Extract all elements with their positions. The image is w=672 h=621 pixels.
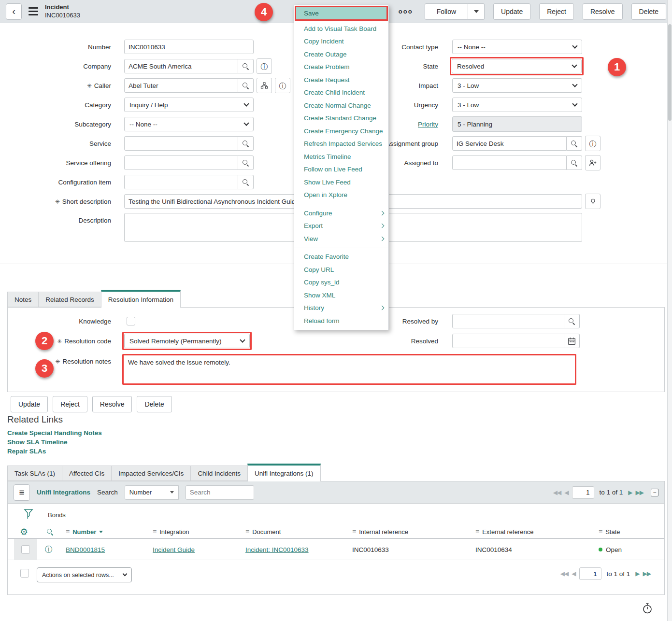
menu-item-create-favorite[interactable]: Create Favorite [294, 251, 388, 264]
follow-dropdown-button[interactable] [468, 3, 485, 20]
knowledge-checkbox[interactable] [127, 317, 135, 325]
assign-to-me-button[interactable] [585, 155, 601, 170]
assigned-to-lookup-button[interactable] [567, 155, 582, 170]
resolved-date-input[interactable] [452, 334, 564, 348]
menu-item-follow-on-live-feed[interactable]: Follow on Live Feed [294, 163, 388, 176]
menu-item-create-problem[interactable]: Create Problem [294, 61, 388, 74]
column-search-icon[interactable] [46, 528, 54, 536]
menu-item-show-xml[interactable]: Show XML [294, 289, 388, 302]
subcategory-select[interactable]: -- None -- [124, 117, 254, 131]
contact-type-select[interactable]: -- None -- [452, 40, 582, 54]
column-header-state[interactable]: ≡State [599, 524, 620, 539]
select-all-checkbox[interactable] [20, 569, 29, 578]
resolved-calendar-button[interactable] [564, 334, 580, 348]
assignment-group-preview-button[interactable]: ⓘ [585, 136, 601, 151]
link-show-sla-timeline[interactable]: Show SLA Timeline [7, 438, 102, 446]
column-menu-icon[interactable]: ≡ [599, 528, 602, 536]
page-number-input[interactable] [579, 567, 601, 580]
menu-item-create-child-incident[interactable]: Create Child Incident [294, 86, 388, 99]
company-lookup-button[interactable] [238, 59, 254, 73]
tab-resolution-information[interactable]: Resolution Information [101, 290, 181, 308]
actions-on-selected-rows-select[interactable]: Actions on selected rows... [37, 567, 132, 582]
menu-item-export[interactable]: Export [294, 220, 388, 233]
menu-item-copy-url[interactable]: Copy URL [294, 263, 388, 276]
menu-item-create-outage[interactable]: Create Outage [294, 48, 388, 61]
previous-page-button[interactable]: ◀ [564, 489, 568, 496]
search-field-select[interactable]: Number [125, 485, 179, 500]
tab-affected-cis[interactable]: Affected CIs [62, 466, 111, 481]
menu-item-refresh-impacted-services[interactable]: Refresh Impacted Services [294, 138, 388, 151]
reject-button-header[interactable]: Reject [539, 3, 574, 20]
caller-org-chart-button[interactable] [257, 78, 272, 93]
tab-impacted-services[interactable]: Impacted Services/CIs [111, 466, 190, 481]
assigned-to-input[interactable] [452, 155, 567, 170]
link-create-special-handling-notes[interactable]: Create Special Handling Notes [7, 429, 102, 437]
service-input[interactable] [124, 136, 238, 151]
menu-item-configure[interactable]: Configure [294, 207, 388, 220]
page-number-input[interactable] [572, 486, 594, 499]
service-lookup-button[interactable] [238, 136, 254, 151]
row-preview-icon[interactable]: ⓘ [45, 539, 53, 560]
resolution-notes-textarea[interactable]: We have solved the issue remotely. [124, 356, 574, 381]
tab-unifi-integrations[interactable]: Unifi Integrations (1) [247, 464, 321, 481]
tab-notes[interactable]: Notes [7, 292, 38, 307]
scrollbar-thumb[interactable] [668, 24, 672, 121]
menu-item-add-to-visual-task-board[interactable]: Add to Visual Task Board [294, 22, 388, 35]
next-page-button[interactable]: ▶ [628, 489, 632, 496]
more-options-icon[interactable]: ooo [399, 8, 413, 15]
menu-item-history[interactable]: History [294, 302, 388, 315]
column-menu-icon[interactable]: ≡ [153, 528, 157, 536]
configuration-item-lookup-button[interactable] [238, 175, 254, 189]
priority-link[interactable]: Priority [418, 121, 438, 128]
caller-preview-button[interactable]: ⓘ [275, 78, 290, 93]
category-select[interactable]: Inquiry / Help [124, 98, 254, 112]
previous-page-button[interactable]: ◀ [572, 570, 575, 577]
form-context-menu-icon[interactable] [29, 5, 38, 17]
page-scrollbar[interactable] [667, 0, 672, 621]
assignment-group-lookup-button[interactable] [567, 136, 582, 151]
last-page-button[interactable]: ▶▶ [643, 570, 651, 577]
menu-item-save[interactable]: Save [295, 6, 388, 21]
company-preview-button[interactable]: ⓘ [257, 58, 272, 74]
list-search-input[interactable] [186, 485, 254, 500]
bond-number-link[interactable]: BND0001815 [66, 546, 105, 553]
number-input[interactable] [124, 40, 254, 54]
list-context-menu-button[interactable]: ≡ [14, 484, 30, 501]
resolved-by-input[interactable] [452, 314, 564, 328]
knowledge-search-button[interactable] [585, 194, 601, 209]
menu-item-view[interactable]: View [294, 232, 388, 245]
first-page-button[interactable]: ◀◀ [553, 489, 561, 496]
menu-item-show-live-feed[interactable]: Show Live Feed [294, 176, 388, 189]
column-menu-icon[interactable]: ≡ [66, 528, 70, 536]
resolve-button-footer[interactable]: Resolve [92, 396, 132, 412]
first-page-button[interactable]: ◀◀ [560, 570, 568, 577]
state-select[interactable]: Resolved [452, 59, 582, 73]
reject-button-footer[interactable]: Reject [53, 396, 87, 412]
collapse-list-button[interactable]: − [651, 489, 658, 496]
urgency-select[interactable]: 3 - Low [452, 98, 582, 112]
caller-input[interactable] [124, 78, 238, 93]
integration-link[interactable]: Incident Guide [153, 546, 195, 553]
back-button[interactable]: ‹ [6, 3, 22, 20]
assignment-group-input[interactable] [452, 136, 567, 151]
configuration-item-input[interactable] [124, 175, 238, 189]
row-checkbox[interactable] [21, 545, 30, 554]
last-page-button[interactable]: ▶▶ [636, 489, 643, 496]
document-link[interactable]: Incident: INC0010633 [245, 546, 309, 553]
column-header-number[interactable]: ≡Number [66, 524, 103, 539]
column-header-internal-reference[interactable]: ≡Internal reference [352, 524, 408, 539]
column-menu-icon[interactable]: ≡ [245, 528, 249, 536]
follow-button[interactable]: Follow [425, 3, 468, 20]
caller-lookup-button[interactable] [238, 78, 254, 93]
service-offering-lookup-button[interactable] [238, 155, 254, 170]
menu-item-metrics-timeline[interactable]: Metrics Timeline [294, 150, 388, 163]
resolve-button-header[interactable]: Resolve [583, 3, 623, 20]
update-button-footer[interactable]: Update [11, 396, 48, 412]
link-repair-slas[interactable]: Repair SLAs [7, 448, 102, 455]
update-button-header[interactable]: Update [493, 3, 530, 20]
menu-item-copy-sys-id[interactable]: Copy sys_id [294, 276, 388, 289]
filter-funnel-icon[interactable] [24, 508, 33, 520]
service-offering-input[interactable] [124, 155, 238, 170]
column-header-integration[interactable]: ≡Integration [153, 524, 189, 539]
menu-item-create-normal-change[interactable]: Create Normal Change [294, 99, 388, 112]
